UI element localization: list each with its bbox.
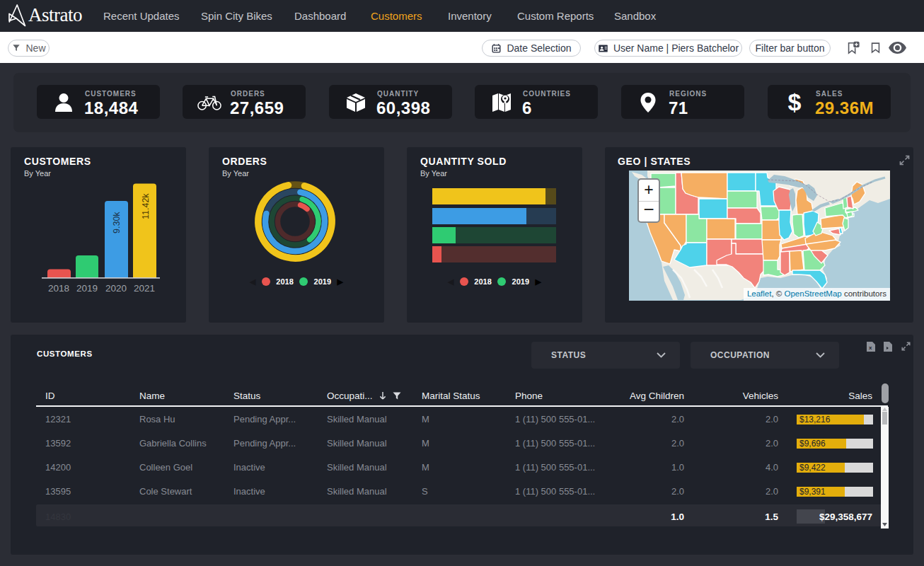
svg-text:9.30k: 9.30k — [112, 212, 122, 233]
svg-text:2021: 2021 — [134, 283, 155, 294]
svg-text:2020: 2020 — [105, 283, 127, 294]
svg-text:11.42k: 11.42k — [141, 193, 151, 219]
svg-text:2018: 2018 — [48, 283, 69, 294]
svg-text:2019: 2019 — [76, 283, 98, 294]
svg-text:x: x — [869, 345, 872, 351]
